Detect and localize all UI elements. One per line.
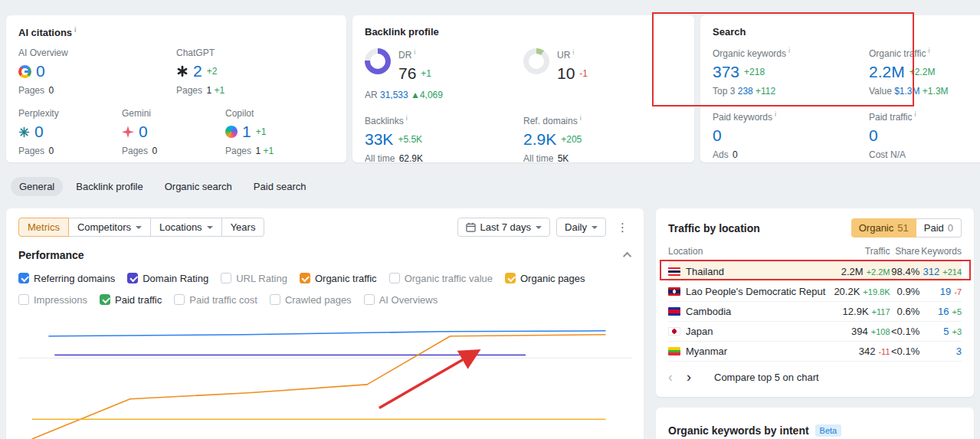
info-icon[interactable] [788,47,790,54]
paid-traffic-block: Paid traffic 0 Cost N/A [869,110,980,160]
search-card-title: Search [713,26,980,38]
tab-backlink-profile[interactable]: Backlink profile [67,177,151,196]
checkbox-icon [364,294,375,305]
metric-checkbox-referring-domains[interactable]: Referring domains [18,269,115,287]
tab-general[interactable]: General [11,177,63,196]
ref-domains-value[interactable]: 2.9K [523,129,556,149]
paid-toggle-button[interactable]: Paid0 [916,218,962,238]
chevron-down-icon [207,226,213,229]
organic-traffic-value[interactable]: 2.2M [869,62,905,82]
checkbox-icon [389,273,400,283]
organic-paid-toggle: Organic51 Paid0 [851,218,962,238]
metric-checkbox-url-rating[interactable]: URL Rating [221,269,287,287]
tab-paid-search[interactable]: Paid search [245,177,315,196]
metric-checkbox-paid-traffic-cost[interactable]: Paid traffic cost [174,290,257,309]
copilot-value[interactable]: 1 [242,122,251,142]
organic-keywords-value[interactable]: 373 [713,62,739,82]
ur-donut-chart [523,48,549,74]
ai-overview-value[interactable]: 0 [36,61,45,81]
table-row-cambodia[interactable]: Cambodia 12.9K+117 0.6% 16+5 [668,302,962,322]
ai-citations-card: AI citations AI Overview 0 Pages 0 ChatG… [6,15,346,162]
granularity-button[interactable]: Daily [556,218,606,237]
column-header-traffic[interactable]: Traffic [832,244,890,262]
backlinks-value[interactable]: 33K [365,129,393,149]
compare-top5-button[interactable]: Compare top 5 on chart [714,372,819,383]
next-page-icon[interactable]: › [687,371,691,383]
metric-checkbox-organic-traffic-value[interactable]: Organic traffic value [389,269,493,287]
organic-keywords-by-intent-card: Organic keywords by intent Beta [656,408,974,439]
metric-checkbox-impressions[interactable]: Impressions [18,290,87,309]
traffic-by-location-table: Location Traffic Share Keywords Thailand… [668,244,962,362]
ai-citations-row-2: Perplexity 0 Pages 0 Gemini 0 Pages 0 Co… [18,108,334,156]
locations-button[interactable]: Locations [150,218,222,237]
metric-checkbox-domain-rating[interactable]: Domain Rating [127,269,208,287]
chevron-down-icon [536,226,542,229]
paid-keywords-value[interactable]: 0 [713,126,722,146]
overview-cards-row: AI citations AI Overview 0 Pages 0 ChatG… [6,15,974,162]
performance-card: Metrics Competitors Locations Years Last… [6,208,644,439]
checkbox-icon [221,273,231,283]
metric-checkbox-paid-traffic[interactable]: Paid traffic [100,290,162,309]
collapse-section-icon[interactable] [623,252,631,260]
traffic-by-location-card: Traffic by location Organic51 Paid0 Loca… [656,208,974,397]
organic-keywords-block: Organic keywords 373+218 Top 3 238 +112 [713,47,869,97]
copilot-icon [225,126,238,138]
calendar-icon [466,222,476,232]
view-segmented-control: Metrics Competitors Locations Years [18,218,264,237]
paid-keywords-block: Paid keywords 0 Ads 0 [713,110,869,160]
performance-title: Performance [18,249,84,261]
info-icon[interactable] [414,48,415,56]
chevron-down-icon [592,226,598,229]
laos-flag-icon [668,287,680,296]
myanmar-flag-icon [668,347,680,355]
paid-traffic-value[interactable]: 0 [869,126,878,146]
info-icon[interactable] [928,47,929,54]
tab-organic-search[interactable]: Organic search [156,177,241,196]
dr-block: DR 76+1 AR 31,533 ▲4,069 Backlinks 33K+5… [365,48,523,164]
prev-page-icon[interactable]: ‹ [668,371,673,383]
gemini-value[interactable]: 0 [139,122,148,142]
dr-value: 76 [398,64,416,84]
chevron-down-icon [136,226,142,229]
info-icon[interactable] [580,114,582,122]
info-icon[interactable] [572,48,574,56]
cambodia-flag-icon [668,307,680,316]
more-options-button[interactable]: ⋮ [612,219,633,236]
column-header-keywords[interactable]: Keywords [919,244,962,262]
info-icon[interactable] [775,110,776,118]
chatgpt-value[interactable]: 2 [193,61,202,81]
search-card: Search Organic keywords 373+218 Top 3 23… [700,15,980,162]
checkbox-icon [505,273,516,283]
table-row-myanmar[interactable]: Myanmar 342-11 <0.1% 3 [668,342,962,362]
metric-checkbox-ai-overviews[interactable]: AI Overviews [364,290,438,309]
metric-checkbox-crawled-pages[interactable]: Crawled pages [270,290,352,309]
table-row-japan[interactable]: Japan 394+108 <0.1% 5+3 [668,322,962,342]
ref-domains-block: Ref. domains 2.9K+205 All time 5K [523,114,682,164]
performance-chart[interactable] [18,319,631,439]
table-row-thailand[interactable]: Thailand 2.2M+2.2M 98.4% 312+214 [668,262,962,282]
years-button[interactable]: Years [221,218,265,237]
metrics-button[interactable]: Metrics [18,218,69,237]
ar-line: AR 31,533 ▲4,069 [365,90,523,100]
info-icon[interactable] [914,110,916,118]
perplexity-value[interactable]: 0 [34,122,44,142]
metric-checkbox-organic-pages[interactable]: Organic pages [505,269,585,287]
competitors-button[interactable]: Competitors [68,218,151,237]
checkbox-icon [174,294,185,305]
column-header-location[interactable]: Location [668,244,832,262]
date-range-button[interactable]: Last 7 days [457,218,551,237]
chatgpt-icon [176,65,188,77]
organic-toggle-button[interactable]: Organic51 [851,218,916,238]
dr-donut-chart [365,48,391,74]
google-icon [18,65,31,78]
ur-block: UR 10-1 Ref. domains 2.9K+205 All time 5… [523,48,682,164]
checkbox-icon [18,294,29,305]
organic-traffic-block: Organic traffic 2.2M+2.2M Value $1.3M +1… [869,47,980,97]
thailand-flag-icon [668,267,680,276]
info-icon[interactable] [406,114,408,122]
column-header-share[interactable]: Share [890,244,920,262]
info-icon[interactable] [74,26,77,34]
checkbox-icon [18,273,29,283]
table-row-laos[interactable]: Lao People's Democratic Reput 20.2K+19.8… [668,282,962,302]
metric-checkbox-organic-traffic[interactable]: Organic traffic [300,269,377,287]
